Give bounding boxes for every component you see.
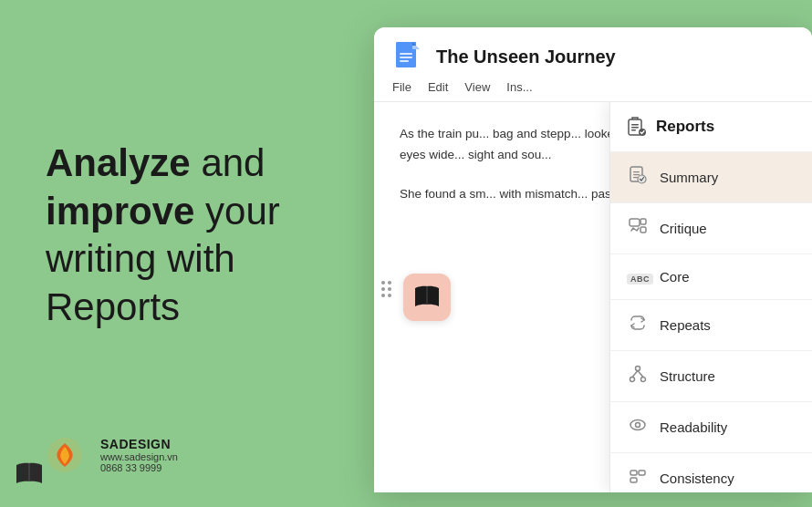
- svg-rect-17: [630, 219, 640, 226]
- menu-edit[interactable]: Edit: [428, 80, 448, 94]
- menu-bar: File Edit View Ins...: [392, 80, 794, 101]
- app-container: Analyze and improve your writing with Re…: [0, 0, 812, 507]
- readability-icon: [627, 415, 649, 440]
- svg-point-22: [641, 378, 646, 382]
- svg-rect-5: [400, 57, 412, 58]
- brand-phone: 0868 33 9999: [100, 462, 178, 473]
- svg-point-23: [630, 420, 645, 430]
- menu-file[interactable]: File: [392, 80, 411, 94]
- svg-point-24: [636, 423, 640, 428]
- book-icon: [413, 285, 441, 309]
- brand-name: SADESIGN: [100, 437, 178, 451]
- core-icon: ABC: [627, 267, 649, 286]
- reports-header-icon: [627, 117, 647, 137]
- svg-point-21: [630, 378, 635, 382]
- consistency-label: Consistency: [660, 471, 734, 486]
- report-item-critique[interactable]: Critique: [610, 203, 812, 254]
- svg-rect-27: [630, 478, 637, 482]
- headline-analyze: Analyze: [46, 141, 191, 184]
- brand-info: SADESIGN www.sadesign.vn 0868 33 9999: [100, 437, 178, 473]
- google-docs-icon: [392, 40, 425, 73]
- headline: Analyze and improve your writing with Re…: [46, 140, 356, 331]
- doc-title-row: The Unseen Journey: [392, 40, 794, 73]
- docs-window: The Unseen Journey File Edit View Ins...…: [374, 27, 812, 492]
- critique-icon: [627, 216, 649, 241]
- core-label: Core: [660, 269, 690, 285]
- reports-header: Reports: [610, 102, 812, 152]
- headline-improve: improve: [46, 190, 194, 233]
- svg-rect-9: [631, 127, 639, 129]
- consistency-icon: [627, 466, 649, 491]
- headline-line3: writing with: [46, 237, 235, 280]
- doc-title: The Unseen Journey: [436, 47, 616, 67]
- svg-rect-19: [640, 227, 646, 233]
- svg-rect-18: [640, 219, 646, 224]
- abc-badge: ABC: [627, 274, 653, 285]
- report-item-repeats[interactable]: Repeats: [610, 300, 812, 351]
- svg-rect-26: [639, 471, 645, 475]
- title-bar: The Unseen Journey File Edit View Ins...: [374, 27, 812, 102]
- headline-and: and: [191, 141, 265, 184]
- content-area: As the train pu... bag and stepp... look…: [374, 102, 812, 492]
- svg-point-20: [636, 367, 640, 371]
- brand-website: www.sadesign.vn: [100, 451, 178, 462]
- drag-handle[interactable]: [381, 281, 391, 297]
- svg-rect-13: [633, 171, 640, 172]
- left-panel: Analyze and improve your writing with Re…: [0, 0, 401, 507]
- repeats-label: Repeats: [660, 317, 711, 333]
- svg-rect-4: [400, 53, 412, 55]
- svg-rect-14: [633, 174, 640, 175]
- svg-rect-8: [631, 124, 639, 126]
- sadesign-logo: [46, 436, 84, 474]
- report-item-consistency[interactable]: Consistency: [610, 453, 812, 492]
- menu-view[interactable]: View: [464, 80, 490, 94]
- svg-rect-15: [633, 177, 638, 178]
- critique-label: Critique: [660, 221, 707, 236]
- plugin-icon[interactable]: [403, 274, 451, 321]
- menu-insert[interactable]: Ins...: [506, 80, 532, 94]
- report-item-readability[interactable]: Readability: [610, 402, 812, 453]
- summary-label: Summary: [660, 170, 718, 185]
- reports-panel-title: Reports: [656, 118, 714, 136]
- summary-icon: [627, 165, 649, 190]
- report-item-structure[interactable]: Structure: [610, 351, 812, 402]
- reports-list: Summary Critique: [610, 152, 812, 492]
- svg-rect-6: [400, 60, 409, 62]
- structure-icon: [627, 364, 649, 388]
- headline-line4: Reports: [46, 285, 180, 328]
- structure-label: Structure: [660, 368, 715, 384]
- readability-label: Readability: [660, 419, 727, 435]
- headline-your: your: [194, 190, 279, 233]
- svg-rect-10: [631, 129, 636, 131]
- brand-row: SADESIGN www.sadesign.vn 0868 33 9999: [46, 436, 178, 474]
- report-item-summary[interactable]: Summary: [610, 152, 812, 203]
- book-icon-corner: [15, 461, 44, 489]
- repeats-icon: [627, 313, 649, 337]
- svg-rect-25: [630, 471, 637, 475]
- reports-panel: Reports: [609, 102, 812, 492]
- report-item-core[interactable]: ABC Core: [610, 254, 812, 300]
